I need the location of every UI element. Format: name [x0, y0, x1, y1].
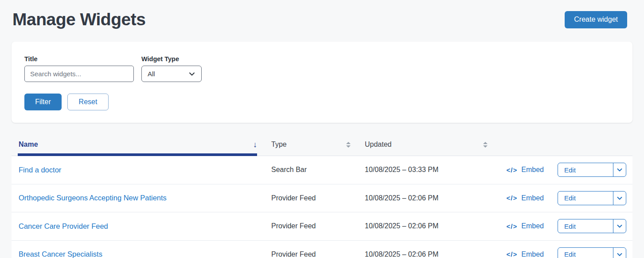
widget-type-cell: Provider Feed — [264, 194, 358, 202]
widget-updated-cell: 10/08/2025 – 02:06 PM — [358, 222, 495, 230]
widget-name-link[interactable]: Find a doctor — [19, 166, 61, 174]
edit-button[interactable]: Edit — [558, 163, 613, 176]
embed-link[interactable]: </> Embed — [507, 194, 544, 202]
create-widget-button[interactable]: Create widget — [565, 11, 627, 28]
embed-link-label: Embed — [521, 194, 544, 202]
chevron-down-icon — [616, 251, 623, 258]
code-icon: </> — [507, 223, 518, 230]
topbar: Manage Widgets Create widget — [0, 0, 644, 29]
table-row: Cancer Care Provider Feed Provider Feed … — [12, 212, 632, 241]
widget-type-filter-field: Widget Type All — [141, 55, 202, 82]
edit-split-button: Edit — [558, 247, 626, 258]
column-header-name[interactable]: Name ↓ — [12, 140, 264, 149]
edit-button[interactable]: Edit — [558, 192, 613, 205]
widget-type-cell: Provider Feed — [264, 250, 358, 258]
edit-split-button: Edit — [558, 163, 626, 177]
embed-link[interactable]: </> Embed — [507, 166, 544, 174]
title-filter-field: Title — [24, 55, 134, 82]
embed-link[interactable]: </> Embed — [507, 222, 544, 230]
edit-dropdown-toggle[interactable] — [613, 163, 626, 176]
edit-split-button: Edit — [558, 219, 626, 233]
widget-updated-cell: 10/08/2025 – 02:06 PM — [358, 194, 495, 202]
embed-link[interactable]: </> Embed — [507, 250, 544, 258]
chevron-down-icon — [616, 195, 623, 202]
edit-dropdown-toggle[interactable] — [613, 219, 626, 233]
edit-button[interactable]: Edit — [558, 248, 613, 258]
table-row: Find a doctor Search Bar 10/08/2025 – 03… — [12, 156, 632, 184]
widget-type-cell: Search Bar — [264, 166, 358, 174]
column-header-updated-label: Updated — [365, 141, 392, 149]
widget-updated-cell: 10/08/2025 – 02:06 PM — [358, 250, 495, 258]
reset-button[interactable]: Reset — [67, 94, 109, 110]
edit-split-button: Edit — [558, 191, 626, 205]
widget-name-link[interactable]: Breast Cancer Specialists — [19, 250, 102, 258]
table-row: Breast Cancer Specialists Provider Feed … — [12, 241, 632, 258]
widget-name-link[interactable]: Cancer Care Provider Feed — [19, 222, 108, 230]
code-icon: </> — [507, 166, 518, 174]
chevron-down-icon — [616, 223, 623, 230]
embed-link-label: Embed — [521, 222, 544, 230]
column-header-updated[interactable]: Updated — [358, 141, 495, 149]
sortable-icon — [483, 142, 488, 148]
widget-type-select[interactable]: All — [141, 66, 202, 82]
table-header-row: Name ↓ Type Updated — [12, 133, 632, 156]
table-body: Find a doctor Search Bar 10/08/2025 – 03… — [12, 156, 632, 258]
widget-type-selected-value: All — [148, 70, 155, 78]
widgets-table: Name ↓ Type Updated Find a doctor Search… — [12, 133, 632, 258]
edit-button[interactable]: Edit — [558, 219, 613, 233]
filter-button[interactable]: Filter — [24, 94, 62, 110]
chevron-down-icon — [616, 166, 623, 173]
widget-type-cell: Provider Feed — [264, 222, 358, 230]
code-icon: </> — [507, 250, 518, 258]
column-header-name-label: Name — [19, 141, 38, 149]
column-header-type[interactable]: Type — [264, 141, 358, 149]
widget-name-link[interactable]: Orthopedic Surgeons Accepting New Patien… — [19, 194, 167, 202]
edit-dropdown-toggle[interactable] — [613, 192, 626, 205]
search-widgets-input[interactable] — [24, 66, 134, 82]
widget-type-filter-label: Widget Type — [141, 55, 202, 63]
sort-descending-icon: ↓ — [253, 140, 257, 149]
widget-updated-cell: 10/08/2025 – 03:33 PM — [358, 166, 495, 174]
filter-panel: Title Widget Type All Filter Reset — [12, 42, 632, 123]
column-header-type-label: Type — [271, 141, 287, 149]
sortable-icon — [346, 142, 351, 148]
chevron-down-icon — [188, 70, 195, 78]
page-title: Manage Widgets — [12, 10, 145, 29]
title-filter-label: Title — [24, 55, 134, 63]
code-icon: </> — [507, 194, 518, 202]
table-row: Orthopedic Surgeons Accepting New Patien… — [12, 184, 632, 213]
embed-link-label: Embed — [521, 250, 544, 258]
edit-dropdown-toggle[interactable] — [613, 248, 626, 258]
embed-link-label: Embed — [521, 166, 544, 174]
active-sort-indicator-bar — [18, 153, 257, 156]
